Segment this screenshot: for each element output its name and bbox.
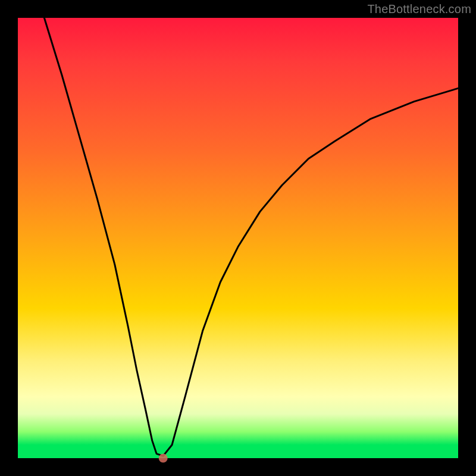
bottleneck-curve — [44, 18, 458, 456]
plot-area — [18, 18, 458, 458]
chart-frame: TheBottleneck.com — [0, 0, 476, 476]
curve-svg — [18, 18, 458, 458]
minimum-marker — [159, 454, 168, 463]
watermark-text: TheBottleneck.com — [367, 2, 471, 16]
